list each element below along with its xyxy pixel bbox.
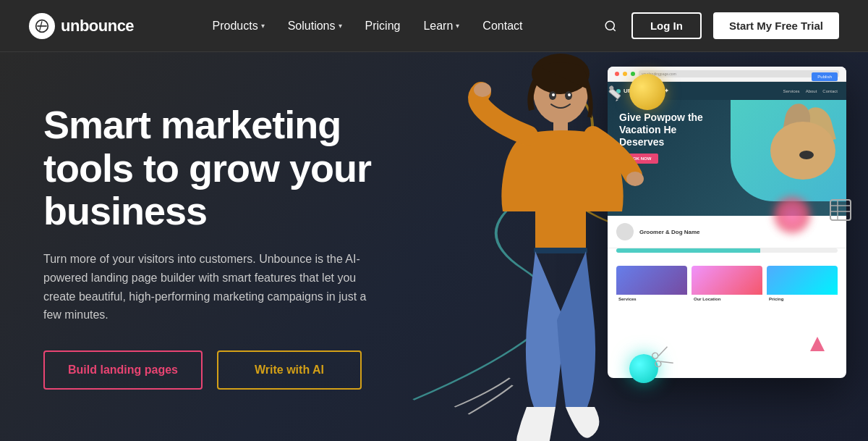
build-landing-pages-button[interactable]: Build landing pages — [43, 350, 203, 390]
nav-item-products[interactable]: Products ▾ — [213, 20, 265, 33]
card-label-2: Our Location — [692, 295, 762, 303]
decorative-yellow-ball — [629, 74, 665, 110]
card-label-3: Pricing — [767, 295, 838, 303]
nav-item-solutions[interactable]: Solutions ▾ — [288, 20, 342, 33]
decorative-pink-blob — [774, 197, 810, 233]
triangle-icon — [810, 337, 825, 354]
svg-point-19 — [474, 83, 491, 97]
lp-user-name: Groomer & Dog Name — [639, 229, 838, 235]
hero-visual: yourlandingpage.com Publish URBAN PAWS ✦… — [412, 52, 868, 441]
hero-buttons: Build landing pages Write with AI — [43, 350, 383, 390]
logo[interactable]: unbounce — [29, 13, 134, 39]
svg-point-3 — [605, 21, 614, 30]
lp-card-location: Our Location — [692, 266, 762, 303]
nav-links: Products ▾ Solutions ▾ Pricing Learn ▾ C… — [213, 20, 523, 33]
hero-subtext: Turn more of your visitors into customer… — [43, 250, 376, 324]
lp-dog-image — [731, 100, 846, 201]
svg-line-4 — [613, 28, 615, 30]
chevron-down-icon: ▾ — [339, 22, 342, 30]
logo-icon — [29, 13, 55, 39]
svg-rect-5 — [830, 200, 851, 220]
search-button[interactable] — [601, 17, 620, 35]
search-icon — [604, 20, 617, 33]
lp-card-pricing: Pricing — [767, 266, 838, 303]
nav-actions: Log In Start My Free Trial — [601, 12, 839, 39]
logo-text: unbounce — [61, 17, 134, 35]
browser-url: yourlandingpage.com — [639, 70, 839, 77]
person-figure — [448, 52, 651, 441]
card-image-3 — [767, 266, 838, 295]
login-button[interactable]: Log In — [631, 12, 702, 39]
svg-line-14 — [660, 358, 673, 367]
trial-button[interactable]: Start My Free Trial — [713, 12, 839, 39]
nav-item-learn[interactable]: Learn ▾ — [423, 20, 459, 33]
chevron-down-icon: ▾ — [261, 22, 265, 30]
hero-content: Smart marketing tools to grow your busin… — [0, 52, 412, 441]
grid-notebook-icon — [827, 197, 854, 226]
hero-section: Smart marketing tools to grow your busin… — [0, 52, 868, 441]
navbar: unbounce Products ▾ Solutions ▾ Pricing … — [0, 0, 868, 52]
svg-point-25 — [552, 93, 555, 96]
svg-point-20 — [626, 172, 644, 186]
write-with-ai-button[interactable]: Write with AI — [217, 350, 362, 390]
nav-item-contact[interactable]: Contact — [482, 20, 522, 33]
svg-rect-21 — [535, 208, 586, 251]
publish-btn: Publish — [812, 72, 838, 81]
hero-heading: Smart marketing tools to grow your busin… — [43, 104, 383, 232]
chevron-down-icon: ▾ — [456, 22, 459, 30]
svg-point-26 — [568, 93, 571, 96]
card-image-2 — [692, 266, 762, 295]
lp-user-info: Groomer & Dog Name — [639, 229, 838, 235]
svg-point-11 — [652, 352, 659, 359]
svg-rect-22 — [534, 248, 587, 253]
lp-nav: Services About Contact — [783, 89, 838, 93]
svg-marker-15 — [810, 337, 825, 351]
dog-nose — [799, 151, 814, 159]
nav-item-pricing[interactable]: Pricing — [365, 20, 401, 33]
